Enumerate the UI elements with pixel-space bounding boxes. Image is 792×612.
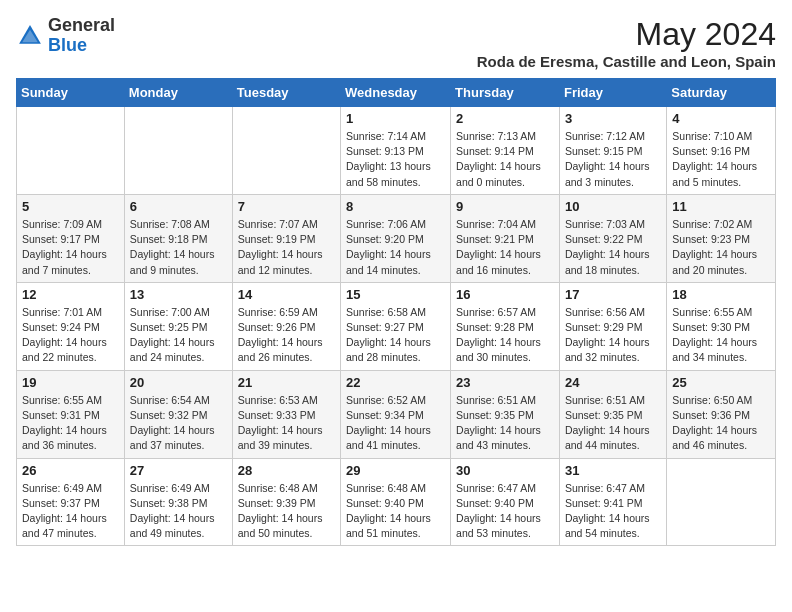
calendar-cell: 15Sunrise: 6:58 AMSunset: 9:27 PMDayligh… [341, 282, 451, 370]
calendar-cell: 6Sunrise: 7:08 AMSunset: 9:18 PMDaylight… [124, 194, 232, 282]
title-block: May 2024 Roda de Eresma, Castille and Le… [477, 16, 776, 70]
calendar-cell: 21Sunrise: 6:53 AMSunset: 9:33 PMDayligh… [232, 370, 340, 458]
day-info: Sunrise: 6:51 AMSunset: 9:35 PMDaylight:… [565, 393, 661, 454]
day-info: Sunrise: 6:47 AMSunset: 9:40 PMDaylight:… [456, 481, 554, 542]
day-info: Sunrise: 7:03 AMSunset: 9:22 PMDaylight:… [565, 217, 661, 278]
calendar-cell [17, 107, 125, 195]
calendar-week-row: 12Sunrise: 7:01 AMSunset: 9:24 PMDayligh… [17, 282, 776, 370]
day-info: Sunrise: 7:02 AMSunset: 9:23 PMDaylight:… [672, 217, 770, 278]
day-number: 4 [672, 111, 770, 126]
day-info: Sunrise: 6:48 AMSunset: 9:40 PMDaylight:… [346, 481, 445, 542]
logo: General Blue [16, 16, 115, 56]
calendar-cell: 20Sunrise: 6:54 AMSunset: 9:32 PMDayligh… [124, 370, 232, 458]
calendar-cell: 7Sunrise: 7:07 AMSunset: 9:19 PMDaylight… [232, 194, 340, 282]
day-info: Sunrise: 7:06 AMSunset: 9:20 PMDaylight:… [346, 217, 445, 278]
calendar-cell: 18Sunrise: 6:55 AMSunset: 9:30 PMDayligh… [667, 282, 776, 370]
calendar-cell [124, 107, 232, 195]
calendar-cell: 29Sunrise: 6:48 AMSunset: 9:40 PMDayligh… [341, 458, 451, 546]
day-info: Sunrise: 7:14 AMSunset: 9:13 PMDaylight:… [346, 129, 445, 190]
calendar-cell: 30Sunrise: 6:47 AMSunset: 9:40 PMDayligh… [451, 458, 560, 546]
day-info: Sunrise: 6:54 AMSunset: 9:32 PMDaylight:… [130, 393, 227, 454]
day-number: 29 [346, 463, 445, 478]
day-info: Sunrise: 7:13 AMSunset: 9:14 PMDaylight:… [456, 129, 554, 190]
calendar-cell [667, 458, 776, 546]
day-info: Sunrise: 7:01 AMSunset: 9:24 PMDaylight:… [22, 305, 119, 366]
day-number: 11 [672, 199, 770, 214]
weekday-header-thursday: Thursday [451, 79, 560, 107]
day-number: 21 [238, 375, 335, 390]
calendar-cell: 12Sunrise: 7:01 AMSunset: 9:24 PMDayligh… [17, 282, 125, 370]
day-info: Sunrise: 7:00 AMSunset: 9:25 PMDaylight:… [130, 305, 227, 366]
calendar-cell: 27Sunrise: 6:49 AMSunset: 9:38 PMDayligh… [124, 458, 232, 546]
day-number: 19 [22, 375, 119, 390]
day-number: 13 [130, 287, 227, 302]
day-number: 15 [346, 287, 445, 302]
day-info: Sunrise: 6:53 AMSunset: 9:33 PMDaylight:… [238, 393, 335, 454]
calendar-cell: 26Sunrise: 6:49 AMSunset: 9:37 PMDayligh… [17, 458, 125, 546]
day-info: Sunrise: 6:47 AMSunset: 9:41 PMDaylight:… [565, 481, 661, 542]
logo-blue-text: Blue [48, 35, 87, 55]
day-info: Sunrise: 6:51 AMSunset: 9:35 PMDaylight:… [456, 393, 554, 454]
calendar-cell: 24Sunrise: 6:51 AMSunset: 9:35 PMDayligh… [559, 370, 666, 458]
weekday-header-wednesday: Wednesday [341, 79, 451, 107]
weekday-header-row: SundayMondayTuesdayWednesdayThursdayFrid… [17, 79, 776, 107]
day-number: 8 [346, 199, 445, 214]
weekday-header-monday: Monday [124, 79, 232, 107]
day-number: 23 [456, 375, 554, 390]
day-info: Sunrise: 6:56 AMSunset: 9:29 PMDaylight:… [565, 305, 661, 366]
calendar-cell: 25Sunrise: 6:50 AMSunset: 9:36 PMDayligh… [667, 370, 776, 458]
day-info: Sunrise: 7:09 AMSunset: 9:17 PMDaylight:… [22, 217, 119, 278]
calendar-cell: 23Sunrise: 6:51 AMSunset: 9:35 PMDayligh… [451, 370, 560, 458]
calendar-cell: 19Sunrise: 6:55 AMSunset: 9:31 PMDayligh… [17, 370, 125, 458]
day-info: Sunrise: 6:49 AMSunset: 9:38 PMDaylight:… [130, 481, 227, 542]
weekday-header-saturday: Saturday [667, 79, 776, 107]
day-info: Sunrise: 6:55 AMSunset: 9:31 PMDaylight:… [22, 393, 119, 454]
day-number: 27 [130, 463, 227, 478]
calendar-cell: 9Sunrise: 7:04 AMSunset: 9:21 PMDaylight… [451, 194, 560, 282]
day-info: Sunrise: 6:55 AMSunset: 9:30 PMDaylight:… [672, 305, 770, 366]
day-number: 10 [565, 199, 661, 214]
day-number: 12 [22, 287, 119, 302]
day-number: 26 [22, 463, 119, 478]
day-number: 3 [565, 111, 661, 126]
day-number: 1 [346, 111, 445, 126]
day-number: 17 [565, 287, 661, 302]
day-info: Sunrise: 7:07 AMSunset: 9:19 PMDaylight:… [238, 217, 335, 278]
day-number: 6 [130, 199, 227, 214]
calendar-cell: 8Sunrise: 7:06 AMSunset: 9:20 PMDaylight… [341, 194, 451, 282]
day-info: Sunrise: 6:59 AMSunset: 9:26 PMDaylight:… [238, 305, 335, 366]
calendar-week-row: 1Sunrise: 7:14 AMSunset: 9:13 PMDaylight… [17, 107, 776, 195]
day-info: Sunrise: 7:08 AMSunset: 9:18 PMDaylight:… [130, 217, 227, 278]
calendar-cell: 11Sunrise: 7:02 AMSunset: 9:23 PMDayligh… [667, 194, 776, 282]
weekday-header-tuesday: Tuesday [232, 79, 340, 107]
calendar-cell: 10Sunrise: 7:03 AMSunset: 9:22 PMDayligh… [559, 194, 666, 282]
logo-icon [16, 22, 44, 50]
day-info: Sunrise: 7:10 AMSunset: 9:16 PMDaylight:… [672, 129, 770, 190]
day-number: 16 [456, 287, 554, 302]
calendar-cell: 17Sunrise: 6:56 AMSunset: 9:29 PMDayligh… [559, 282, 666, 370]
day-number: 31 [565, 463, 661, 478]
weekday-header-friday: Friday [559, 79, 666, 107]
calendar-cell: 28Sunrise: 6:48 AMSunset: 9:39 PMDayligh… [232, 458, 340, 546]
day-number: 18 [672, 287, 770, 302]
calendar-week-row: 5Sunrise: 7:09 AMSunset: 9:17 PMDaylight… [17, 194, 776, 282]
calendar-cell: 1Sunrise: 7:14 AMSunset: 9:13 PMDaylight… [341, 107, 451, 195]
day-info: Sunrise: 6:58 AMSunset: 9:27 PMDaylight:… [346, 305, 445, 366]
day-info: Sunrise: 6:50 AMSunset: 9:36 PMDaylight:… [672, 393, 770, 454]
calendar-cell: 16Sunrise: 6:57 AMSunset: 9:28 PMDayligh… [451, 282, 560, 370]
calendar-cell: 4Sunrise: 7:10 AMSunset: 9:16 PMDaylight… [667, 107, 776, 195]
calendar-cell [232, 107, 340, 195]
day-info: Sunrise: 7:04 AMSunset: 9:21 PMDaylight:… [456, 217, 554, 278]
month-year-title: May 2024 [477, 16, 776, 53]
day-number: 28 [238, 463, 335, 478]
day-info: Sunrise: 6:49 AMSunset: 9:37 PMDaylight:… [22, 481, 119, 542]
day-number: 20 [130, 375, 227, 390]
location-subtitle: Roda de Eresma, Castille and Leon, Spain [477, 53, 776, 70]
calendar-cell: 13Sunrise: 7:00 AMSunset: 9:25 PMDayligh… [124, 282, 232, 370]
calendar-cell: 22Sunrise: 6:52 AMSunset: 9:34 PMDayligh… [341, 370, 451, 458]
page-header: General Blue May 2024 Roda de Eresma, Ca… [16, 16, 776, 70]
day-info: Sunrise: 6:48 AMSunset: 9:39 PMDaylight:… [238, 481, 335, 542]
calendar-cell: 31Sunrise: 6:47 AMSunset: 9:41 PMDayligh… [559, 458, 666, 546]
day-number: 22 [346, 375, 445, 390]
logo-general-text: General [48, 15, 115, 35]
